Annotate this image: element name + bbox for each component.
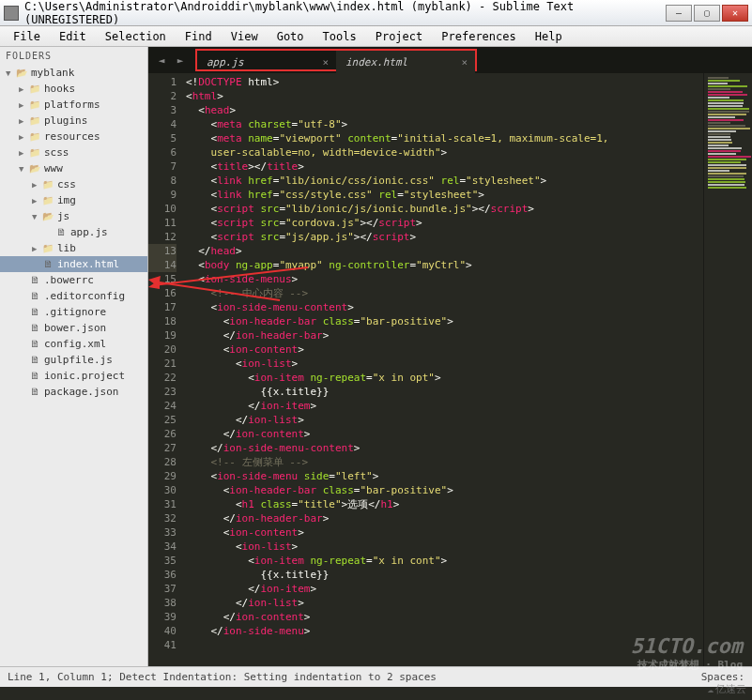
tree-item-label: platforms <box>44 99 100 111</box>
file-package-json[interactable]: package.json <box>0 384 147 400</box>
tree-item-label: app.js <box>70 226 108 238</box>
file-app-js[interactable]: app.js <box>0 224 147 240</box>
menu-preferences[interactable]: Preferences <box>432 28 525 45</box>
file--gitignore[interactable]: .gitignore <box>0 304 147 320</box>
tree-item-label: .editorconfig <box>44 290 125 302</box>
tab-scroll-right-icon[interactable]: ► <box>171 54 190 67</box>
tree-item-label: config.xml <box>44 338 106 350</box>
file-icon <box>28 354 41 366</box>
tree-item-label: hooks <box>44 83 75 95</box>
tab-label: index.html <box>345 56 407 68</box>
code-editor[interactable]: <!DOCTYPE html><html> <head> <meta chars… <box>186 73 703 666</box>
file--editorconfig[interactable]: .editorconfig <box>0 288 147 304</box>
file-bower-json[interactable]: bower.json <box>0 320 147 336</box>
folder-icon <box>41 211 54 221</box>
tree-item-label: plugins <box>44 114 87 127</box>
file-icon <box>28 274 41 286</box>
folder-scss[interactable]: ▶scss <box>0 145 147 160</box>
tree-item-label: myblank <box>31 67 74 79</box>
tab-bar: ◄ ► app.js×index.html× <box>148 47 752 73</box>
tab-label: app.js <box>207 56 244 68</box>
status-left: Line 1, Column 1; Detect Indentation: Se… <box>8 671 437 683</box>
menu-file[interactable]: File <box>4 28 50 45</box>
tree-item-label: index.html <box>57 258 119 270</box>
menu-find[interactable]: Find <box>176 28 222 45</box>
tree-item-label: scss <box>44 146 69 159</box>
tab-app-js[interactable]: app.js× <box>197 51 336 73</box>
tree-item-label: .gitignore <box>44 306 106 318</box>
tree-item-label: .bowerrc <box>44 274 94 286</box>
line-number-gutter[interactable]: 1234567891011121314151617181920212223242… <box>148 73 186 666</box>
tree-item-label: img <box>57 194 76 206</box>
menu-goto[interactable]: Goto <box>268 28 314 45</box>
folder-plugins[interactable]: ▶plugins <box>0 113 147 129</box>
disclosure-arrow-icon: ▼ <box>19 164 28 174</box>
file-icon <box>28 306 41 318</box>
folder-js[interactable]: ▼js <box>0 208 147 224</box>
disclosure-arrow-icon: ▶ <box>32 180 41 190</box>
tree-item-label: ionic.project <box>44 370 125 382</box>
tree-item-label: lib <box>57 242 76 254</box>
file-icon <box>28 290 41 302</box>
app-icon <box>4 6 19 21</box>
disclosure-arrow-icon: ▶ <box>19 132 28 142</box>
menu-tools[interactable]: Tools <box>314 28 366 45</box>
folder-icon <box>28 99 41 110</box>
file-index-html[interactable]: index.html <box>0 256 147 272</box>
tab-index-html[interactable]: index.html× <box>336 51 475 73</box>
status-bar: Line 1, Column 1; Detect Indentation: Se… <box>0 666 752 687</box>
folder-icon <box>28 163 41 174</box>
menu-project[interactable]: Project <box>366 28 433 45</box>
disclosure-arrow-icon: ▶ <box>19 100 28 110</box>
close-button[interactable]: ✕ <box>722 5 748 22</box>
folder-myblank[interactable]: ▼myblank <box>0 65 147 81</box>
file-config-xml[interactable]: config.xml <box>0 336 147 352</box>
file-icon <box>28 338 41 350</box>
file-icon <box>28 322 41 334</box>
sidebar: FOLDERS ▼myblank▶hooks▶platforms▶plugins… <box>0 47 148 666</box>
folder-resources[interactable]: ▶resources <box>0 129 147 145</box>
disclosure-arrow-icon: ▶ <box>32 196 41 205</box>
editor-area: ◄ ► app.js×index.html× 12345678910111213… <box>148 47 752 666</box>
cloud-watermark: ☁ 亿速云 <box>707 682 746 696</box>
file-icon <box>28 386 41 398</box>
folder-icon <box>41 179 54 190</box>
menu-selection[interactable]: Selection <box>96 28 176 45</box>
folder-www[interactable]: ▼www <box>0 160 147 176</box>
disclosure-arrow-icon: ▼ <box>6 68 15 78</box>
disclosure-arrow-icon: ▶ <box>32 244 41 253</box>
menu-edit[interactable]: Edit <box>50 28 96 45</box>
window-titlebar: C:\Users\Administrator\Androiddir\myblan… <box>0 0 752 26</box>
tree-item-label: resources <box>44 130 100 143</box>
folder-platforms[interactable]: ▶platforms <box>0 97 147 113</box>
folder-icon <box>41 195 54 205</box>
folder-img[interactable]: ▶img <box>0 192 147 208</box>
close-icon[interactable]: × <box>461 56 468 68</box>
sidebar-header: FOLDERS <box>0 47 147 65</box>
window-title: C:\Users\Administrator\Androiddir\myblan… <box>24 0 666 26</box>
menu-help[interactable]: Help <box>526 28 572 45</box>
tree-item-label: bower.json <box>44 322 106 334</box>
minimap[interactable] <box>703 73 752 666</box>
folder-icon <box>41 243 54 253</box>
tree-item-label: www <box>44 162 63 175</box>
maximize-button[interactable]: ▢ <box>694 5 720 22</box>
file-icon <box>54 226 68 238</box>
folder-hooks[interactable]: ▶hooks <box>0 81 147 97</box>
tree-item-label: js <box>57 210 69 222</box>
file-gulpfile-js[interactable]: gulpfile.js <box>0 352 147 368</box>
file--bowerrc[interactable]: .bowerrc <box>0 272 147 288</box>
minimize-button[interactable]: — <box>666 5 692 22</box>
tab-scroll-left-icon[interactable]: ◄ <box>152 54 171 67</box>
file-ionic-project[interactable]: ionic.project <box>0 368 147 384</box>
folder-icon <box>15 68 28 78</box>
file-icon <box>41 258 54 270</box>
folder-css[interactable]: ▶css <box>0 176 147 192</box>
tree-item-label: gulpfile.js <box>44 354 113 366</box>
disclosure-arrow-icon: ▼ <box>32 212 41 221</box>
disclosure-arrow-icon: ▶ <box>19 148 28 158</box>
close-icon[interactable]: × <box>322 56 329 68</box>
folder-tree: ▼myblank▶hooks▶platforms▶plugins▶resourc… <box>0 65 147 400</box>
folder-lib[interactable]: ▶lib <box>0 240 147 256</box>
menu-view[interactable]: View <box>222 28 268 45</box>
